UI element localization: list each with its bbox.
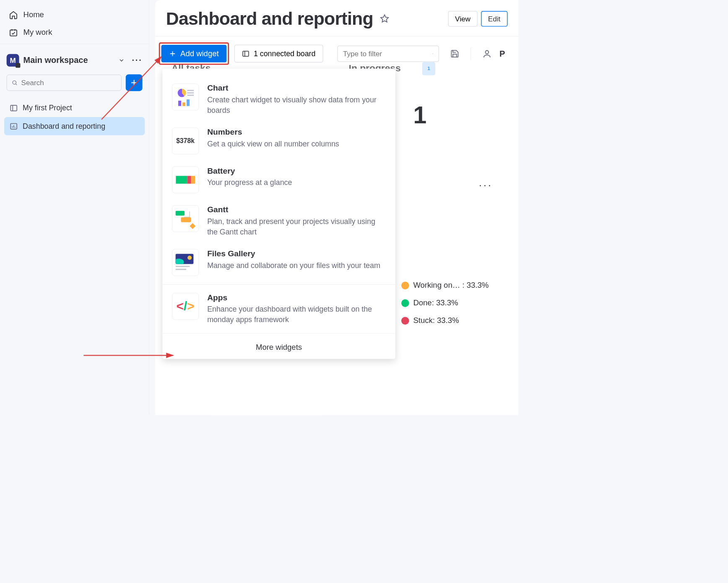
edit-button[interactable]: Edit xyxy=(481,11,508,26)
widget-option-title: Chart xyxy=(207,83,386,93)
chevron-down-icon xyxy=(118,57,125,64)
dashboard-icon xyxy=(10,122,18,130)
workspace-selector[interactable]: M Main workspace ··· xyxy=(0,49,149,72)
annotation-highlight: Add widget xyxy=(159,42,229,65)
sidebar-search-input[interactable] xyxy=(21,78,117,87)
board-item-dashboard-reporting[interactable]: Dashboard and reporting xyxy=(4,117,145,135)
nav-mywork-label: My work xyxy=(23,28,52,37)
legend-item: Done: 33.3% xyxy=(401,298,489,307)
page-title: Dashboard and reporting xyxy=(166,8,373,29)
widget-option-battery[interactable]: Battery Your progress at a glance xyxy=(166,160,392,199)
add-widget-button[interactable]: Add widget xyxy=(161,45,226,62)
legend-item: Working on… : 33.3% xyxy=(401,281,489,290)
chart-icon xyxy=(172,83,199,110)
widget-menu-button[interactable]: ··· xyxy=(479,179,493,191)
numbers-icon: $378k xyxy=(172,128,199,154)
divider xyxy=(471,48,471,60)
gantt-icon xyxy=(172,205,199,232)
svg-point-1 xyxy=(13,81,16,84)
board-item-label: My first Project xyxy=(23,104,72,112)
workspace-badge: M xyxy=(7,54,19,67)
legend-item: Stuck: 33.3% xyxy=(401,316,489,325)
favorite-button[interactable] xyxy=(380,14,389,23)
svg-point-5 xyxy=(432,53,433,54)
trailing-label: P xyxy=(499,49,505,58)
legend-label: Stuck: 33.3% xyxy=(413,316,459,325)
widget-option-title: Numbers xyxy=(207,128,339,137)
battery-icon xyxy=(172,167,199,193)
widget-option-files-gallery[interactable]: Files Gallery Manage and collaborate on … xyxy=(166,243,392,282)
widget-option-gantt[interactable]: Gantt Plan, track and present your proje… xyxy=(166,199,392,243)
more-widgets-button[interactable]: More widgets xyxy=(166,336,392,352)
add-widget-dropdown: Chart Create chart widget to visually sh… xyxy=(162,69,395,359)
search-icon xyxy=(12,79,18,86)
widget-option-desc: Enhance your dashboard with widgets buil… xyxy=(207,304,386,325)
widget-option-title: Gantt xyxy=(207,205,386,214)
widget-option-title: Files Gallery xyxy=(207,249,380,258)
calendar-check-icon xyxy=(9,28,18,37)
workspace-name: Main workspace xyxy=(23,55,88,65)
divider xyxy=(162,333,395,334)
files-icon xyxy=(172,249,199,276)
sidebar-search[interactable] xyxy=(7,75,122,91)
svg-point-6 xyxy=(485,50,489,54)
home-icon xyxy=(9,10,18,19)
svg-rect-0 xyxy=(10,30,17,36)
nav-mywork[interactable]: My work xyxy=(0,23,149,41)
nav-home-label: Home xyxy=(23,10,44,19)
widget-option-title: Apps xyxy=(207,293,386,302)
user-button[interactable] xyxy=(482,49,492,58)
widget-option-desc: Manage and collaborate on your files wit… xyxy=(207,260,380,271)
apps-icon: </> xyxy=(172,293,199,320)
divider xyxy=(162,284,395,285)
board-item-label: Dashboard and reporting xyxy=(23,122,105,130)
widget-option-numbers[interactable]: $378k Numbers Get a quick view on all nu… xyxy=(166,122,392,161)
count-badge: 1 xyxy=(422,62,435,75)
add-board-button[interactable] xyxy=(126,74,143,91)
legend-dot-icon xyxy=(401,299,409,307)
widget-option-chart[interactable]: Chart Create chart widget to visually sh… xyxy=(166,78,392,122)
sidebar: Home My work M Main workspace ··· My fir… xyxy=(0,0,149,415)
legend-label: Done: 33.3% xyxy=(413,298,458,307)
legend-dot-icon xyxy=(401,281,409,289)
widget-option-desc: Create chart widget to visually show dat… xyxy=(207,95,386,116)
board-icon xyxy=(242,50,250,58)
nav-home[interactable]: Home xyxy=(0,6,149,23)
legend-dot-icon xyxy=(401,317,409,325)
number-widget-value: 1 xyxy=(413,102,426,129)
svg-rect-2 xyxy=(10,105,17,111)
plus-icon xyxy=(130,78,138,87)
svg-rect-4 xyxy=(243,51,249,56)
widget-option-desc: Plan, track and present your projects vi… xyxy=(207,216,386,237)
chart-legend: Working on… : 33.3% Done: 33.3% Stuck: 3… xyxy=(401,281,489,333)
widget-option-apps[interactable]: </> Apps Enhance your dashboard with wid… xyxy=(166,287,392,331)
filter-input[interactable] xyxy=(343,49,432,58)
divider xyxy=(0,44,149,44)
page-header: Dashboard and reporting View Edit xyxy=(155,0,518,36)
workspace-menu-button[interactable]: ··· xyxy=(132,55,142,65)
toolbar: Add widget 1 connected board P xyxy=(155,36,518,65)
add-widget-label: Add widget xyxy=(180,49,219,58)
save-button[interactable] xyxy=(450,49,459,58)
view-button[interactable]: View xyxy=(448,11,477,26)
board-item-my-first-project[interactable]: My first Project xyxy=(4,99,145,117)
plus-icon xyxy=(169,50,176,57)
search-icon xyxy=(432,50,433,57)
board-icon xyxy=(10,104,18,112)
connected-boards-button[interactable]: 1 connected board xyxy=(234,45,323,62)
connected-boards-label: 1 connected board xyxy=(254,49,315,58)
widget-option-desc: Your progress at a glance xyxy=(207,177,292,188)
legend-label: Working on… : 33.3% xyxy=(413,281,489,290)
widget-option-desc: Get a quick view on all number columns xyxy=(207,138,339,149)
widget-option-title: Battery xyxy=(207,167,292,176)
main-panel: Dashboard and reporting View Edit Add wi… xyxy=(155,0,518,415)
filter-input-wrapper[interactable] xyxy=(337,46,439,62)
